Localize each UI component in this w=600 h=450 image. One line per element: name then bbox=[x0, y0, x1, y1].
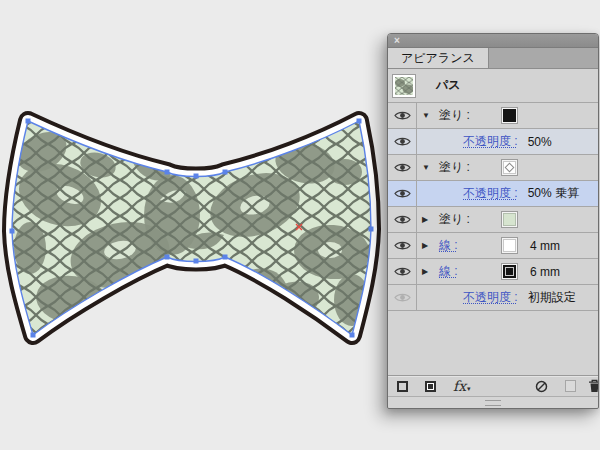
attribute-value: 6 mm bbox=[530, 265, 560, 279]
attribute-value: 4 mm bbox=[530, 239, 560, 253]
appearance-row-fill-black[interactable]: ▼塗り : bbox=[388, 103, 598, 129]
eye-icon bbox=[394, 240, 411, 251]
attribute-label: 塗り : bbox=[439, 211, 501, 228]
row-body: ▶線 :4 mm bbox=[417, 233, 598, 258]
path-thumbnail-preview bbox=[395, 77, 413, 95]
row-body: ▼塗り : bbox=[417, 155, 598, 180]
add-new-stroke-button[interactable] bbox=[397, 381, 408, 392]
row-body: 不透明度 :50% bbox=[417, 129, 598, 154]
expand-triangle-icon[interactable]: ▶ bbox=[422, 267, 439, 276]
visibility-toggle[interactable] bbox=[388, 259, 417, 284]
appearance-row-opacity-object[interactable]: 不透明度 :初期設定 bbox=[388, 285, 598, 311]
fx-caret-icon: ▾ bbox=[467, 385, 471, 393]
add-new-effect-button[interactable]: fx▾ bbox=[453, 379, 471, 393]
attribute-value: 初期設定 bbox=[528, 289, 576, 306]
attribute-label: 塗り : bbox=[439, 159, 501, 176]
black-swatch[interactable] bbox=[501, 107, 518, 124]
row-body: 不透明度 :50% 乗算 bbox=[417, 181, 598, 206]
visibility-toggle[interactable] bbox=[388, 207, 417, 232]
attribute-value: 50% 乗算 bbox=[528, 185, 579, 202]
bow-path-object[interactable] bbox=[0, 100, 395, 360]
green-swatch[interactable] bbox=[501, 211, 518, 228]
white-swatch[interactable] bbox=[501, 237, 518, 254]
attribute-label: 塗り : bbox=[439, 107, 501, 124]
duplicate-selected-item-button[interactable] bbox=[565, 380, 576, 392]
fill-square-icon bbox=[428, 384, 433, 389]
appearance-row-fill-green[interactable]: ▶塗り : bbox=[388, 207, 598, 233]
appearance-row-path[interactable]: パス bbox=[388, 69, 598, 103]
pattern-diamond-icon bbox=[505, 163, 515, 173]
collapse-triangle-icon[interactable]: ▼ bbox=[422, 163, 439, 172]
pattern-swatch[interactable] bbox=[501, 159, 518, 176]
row-body: ▼塗り : bbox=[417, 103, 598, 128]
expand-triangle-icon[interactable]: ▶ bbox=[422, 241, 439, 250]
clear-appearance-button[interactable] bbox=[535, 380, 548, 393]
panel-title-bar[interactable]: × bbox=[388, 34, 598, 48]
swatch-color bbox=[503, 239, 516, 252]
appearance-row-stroke-4mm[interactable]: ▶線 :4 mm bbox=[388, 233, 598, 259]
attribute-link[interactable]: 不透明度 : bbox=[463, 289, 518, 306]
swatch-color bbox=[503, 161, 516, 174]
path-thumbnail bbox=[392, 74, 416, 98]
eye-icon bbox=[394, 292, 411, 303]
visibility-toggle[interactable] bbox=[388, 285, 417, 310]
panel-close-button[interactable]: × bbox=[394, 34, 400, 47]
appearance-row-fill-pattern[interactable]: ▼塗り : bbox=[388, 155, 598, 181]
visibility-toggle[interactable] bbox=[388, 181, 417, 206]
attribute-value: 50% bbox=[528, 135, 552, 149]
eye-icon bbox=[394, 136, 411, 147]
visibility-toggle[interactable] bbox=[388, 129, 417, 154]
target-path-label: パス bbox=[436, 77, 461, 94]
eye-icon bbox=[394, 162, 411, 173]
collapse-triangle-icon[interactable]: ▼ bbox=[422, 111, 439, 120]
eye-icon bbox=[394, 214, 411, 225]
swatch-color bbox=[503, 109, 516, 122]
row-body: ▶塗り : bbox=[417, 207, 598, 232]
row-body: 不透明度 :初期設定 bbox=[417, 285, 598, 310]
visibility-toggle[interactable] bbox=[388, 233, 417, 258]
appearance-panel: × アピアランス パス ▼塗り :不透明度 :50%▼塗り :不透明度 :50%… bbox=[387, 33, 599, 409]
fx-icon: fx bbox=[453, 380, 466, 392]
grip-lines-icon bbox=[485, 400, 501, 406]
clear-appearance-icon bbox=[535, 380, 548, 393]
attribute-link[interactable]: 線 : bbox=[439, 237, 501, 254]
expand-triangle-icon[interactable]: ▶ bbox=[422, 215, 439, 224]
row-body: ▶線 :6 mm bbox=[417, 259, 598, 284]
add-new-fill-button[interactable] bbox=[425, 381, 436, 392]
black-ring-swatch[interactable] bbox=[501, 263, 518, 280]
visibility-toggle[interactable] bbox=[388, 103, 417, 128]
trash-icon bbox=[588, 379, 598, 393]
swatch-color bbox=[503, 265, 516, 278]
eye-icon bbox=[394, 188, 411, 199]
tab-appearance[interactable]: アピアランス bbox=[388, 48, 489, 68]
swatch-inner-ring bbox=[505, 267, 514, 276]
attribute-link[interactable]: 不透明度 : bbox=[463, 133, 518, 150]
appearance-row-stroke-6mm[interactable]: ▶線 :6 mm bbox=[388, 259, 598, 285]
attribute-link[interactable]: 不透明度 : bbox=[463, 185, 518, 202]
attribute-link[interactable]: 線 : bbox=[439, 263, 501, 280]
eye-icon bbox=[394, 266, 411, 277]
panel-resize-grip[interactable] bbox=[388, 396, 598, 408]
swatch-color bbox=[503, 213, 516, 226]
panel-footer: fx▾ bbox=[388, 375, 598, 396]
appearance-row-opacity-fill-pattern[interactable]: 不透明度 :50% 乗算 bbox=[388, 181, 598, 207]
visibility-toggle[interactable] bbox=[388, 155, 417, 180]
appearance-row-opacity-fill-black[interactable]: 不透明度 :50% bbox=[388, 129, 598, 155]
eye-icon bbox=[394, 110, 411, 121]
panel-tab-strip: アピアランス bbox=[388, 48, 598, 69]
appearance-row-list: パス ▼塗り :不透明度 :50%▼塗り :不透明度 :50% 乗算▶塗り :▶… bbox=[388, 69, 598, 375]
delete-selected-item-button[interactable] bbox=[588, 379, 598, 393]
